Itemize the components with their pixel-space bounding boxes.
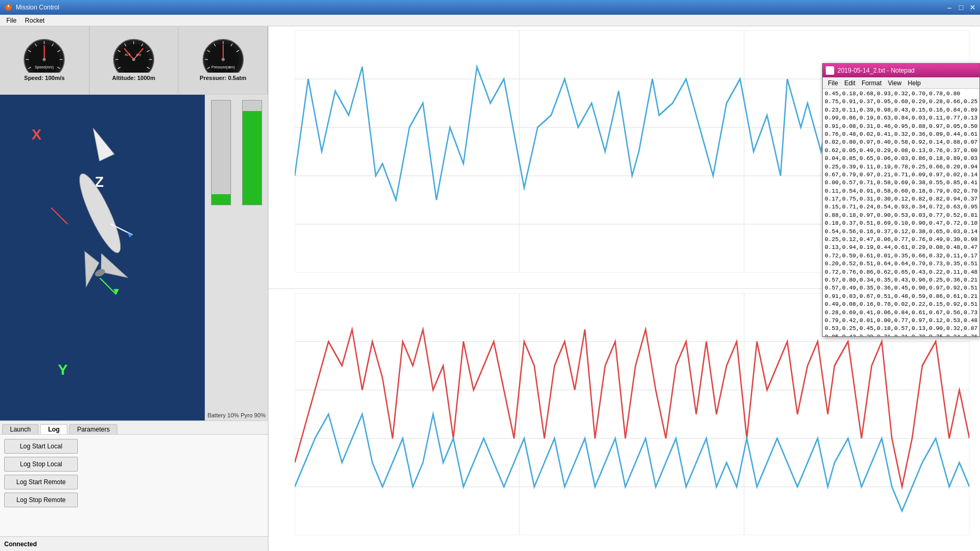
side-bars: Battery 10% Pyro 90% [205,95,268,420]
svg-marker-53 [114,289,119,294]
altitude-gauge-svg: ALT (m) [107,31,160,73]
battery-bar-wrap [207,100,235,409]
status-bar: Connected [0,536,268,551]
svg-point-29 [132,58,135,61]
title-bar: Mission Control – □ ✕ [0,0,980,15]
altitude-gauge-dial: ALT (m) [107,31,160,73]
speed-gauge-svg: Speed(m/s) [18,31,71,73]
notepad-menu-view[interactable]: View [885,78,905,88]
menu-file[interactable]: File [2,16,21,25]
svg-marker-46 [94,248,127,286]
notepad-title-text: 2019-05-14_2.txt - Notepad [837,67,915,74]
menu-rocket[interactable]: Rocket [21,16,48,25]
svg-point-44 [73,170,127,257]
notepad-icon [826,66,834,75]
window-controls: – □ ✕ [944,2,978,13]
bars-status-label: Battery 10% Pyro 90% [207,412,266,418]
battery-bar-track [211,100,231,205]
notepad-menu-help[interactable]: Help [905,78,924,88]
speed-gauge-dial: Speed(m/s) [18,31,71,73]
maximize-button[interactable]: □ [956,2,966,13]
bottom-tabs-section: Launch Log Parameters Log Start Local Lo… [0,420,268,536]
notepad-menu-format[interactable]: Format [858,78,885,88]
svg-line-50 [100,278,116,295]
chart2-blue-line [295,414,969,511]
battery-bar-fill [212,194,231,205]
app-icon [4,3,13,12]
tab-launch[interactable]: Launch [2,424,38,434]
rocket-3d [32,116,168,305]
bars-inner [207,100,266,409]
app-title: Mission Control [16,4,59,11]
notepad-menu: File Edit Format View Help [823,77,979,89]
notepad-menu-edit[interactable]: Edit [841,78,858,88]
tab-log-content: Log Start Local Log Stop Local Log Start… [0,435,268,512]
svg-text:(m): (m) [136,53,141,56]
svg-marker-45 [86,125,114,161]
log-start-local-button[interactable]: Log Start Local [4,439,78,454]
notepad-content[interactable]: 0.45,0.18,0.68,0.93,0.32,0.70,0.78,0.80 … [823,89,979,336]
tab-log[interactable]: Log [40,424,67,434]
svg-marker-47 [73,248,106,286]
pressure-gauge-container: Pressure(atm) Pressuer: 0.5atm [178,26,268,94]
tab-parameters[interactable]: Parameters [69,424,117,434]
log-stop-remote-button[interactable]: Log Stop Remote [4,493,78,507]
svg-text:Pressure(atm): Pressure(atm) [212,65,235,69]
tab-bar: Launch Log Parameters [0,421,268,435]
notepad-title-bar: 2019-05-14_2.txt - Notepad [823,64,979,77]
svg-point-42 [222,58,225,61]
connection-status: Connected [4,540,37,548]
svg-text:Speed(m/s): Speed(m/s) [35,65,54,69]
notepad-menu-file[interactable]: File [825,78,841,88]
pressure-label: Pressuer: 0.5atm [199,75,246,81]
pressure-gauge-dial: Pressure(atm) [197,31,249,73]
altitude-gauge-container: ALT (m) Altitude: 1000m [89,26,179,94]
speed-gauge-container: Speed(m/s) Speed: 100m/s [0,26,89,94]
svg-point-14 [43,58,46,61]
menu-bar: File Rocket [0,15,980,26]
log-stop-local-button[interactable]: Log Stop Local [4,457,78,472]
pressure-gauge-svg: Pressure(atm) [197,31,249,73]
axis-y-label: Y [58,362,68,378]
gauge-section: Speed(m/s) Speed: 100m/s [0,26,268,95]
log-start-remote-button[interactable]: Log Start Remote [4,475,78,489]
pyro-bar-track [242,100,262,205]
left-column: Speed(m/s) Speed: 100m/s [0,26,268,551]
svg-text:ALT: ALT [125,53,131,56]
notepad-window: 2019-05-14_2.txt - Notepad File Edit For… [822,63,980,337]
altitude-label: Altitude: 1000m [112,75,155,81]
close-button[interactable]: ✕ [967,2,978,13]
speed-label: Speed: 100m/s [24,75,65,81]
rocket-view: X Y Z [0,95,205,420]
pyro-bar-wrap [239,100,266,409]
pyro-bar-fill [243,111,262,205]
viz-section: X Y Z [0,95,268,420]
chart2-red-line [295,329,969,487]
svg-line-49 [51,208,67,224]
minimize-button[interactable]: – [944,2,955,13]
